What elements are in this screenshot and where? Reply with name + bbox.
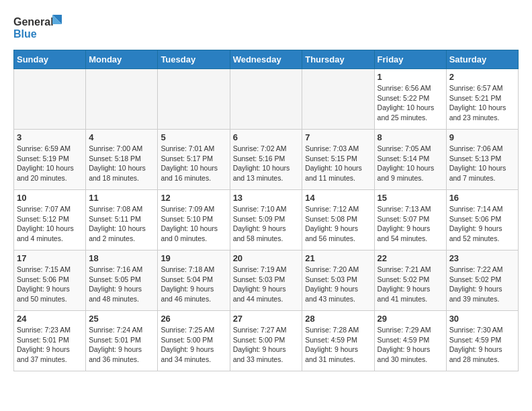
day-info: Sunrise: 7:28 AM Sunset: 4:59 PM Dayligh…: [305, 325, 371, 365]
day-info: Sunrise: 6:59 AM Sunset: 5:19 PM Dayligh…: [17, 144, 83, 183]
calendar-body: 1Sunrise: 6:56 AM Sunset: 5:22 PM Daylig…: [14, 69, 519, 371]
day-info: Sunrise: 7:02 AM Sunset: 5:16 PM Dayligh…: [233, 144, 300, 183]
calendar-cell: 4Sunrise: 7:00 AM Sunset: 5:18 PM Daylig…: [86, 130, 158, 190]
day-number: 6: [233, 132, 300, 142]
calendar-cell: 6Sunrise: 7:02 AM Sunset: 5:16 PM Daylig…: [230, 130, 302, 190]
calendar-cell: 21Sunrise: 7:20 AM Sunset: 5:03 PM Dayli…: [302, 250, 374, 311]
day-info: Sunrise: 7:09 AM Sunset: 5:10 PM Dayligh…: [161, 204, 226, 244]
day-info: Sunrise: 7:21 AM Sunset: 5:02 PM Dayligh…: [378, 265, 443, 304]
day-info: Sunrise: 7:24 AM Sunset: 5:01 PM Dayligh…: [89, 325, 154, 365]
calendar-cell: 5Sunrise: 7:01 AM Sunset: 5:17 PM Daylig…: [158, 130, 230, 190]
day-info: Sunrise: 7:25 AM Sunset: 5:00 PM Dayligh…: [161, 325, 226, 365]
day-number: 3: [17, 132, 83, 142]
day-number: 14: [305, 193, 371, 203]
day-number: 28: [305, 314, 371, 324]
day-info: Sunrise: 6:56 AM Sunset: 5:22 PM Dayligh…: [378, 83, 443, 123]
day-number: 1: [378, 72, 443, 82]
calendar-cell: 22Sunrise: 7:21 AM Sunset: 5:02 PM Dayli…: [374, 250, 446, 311]
day-info: Sunrise: 7:10 AM Sunset: 5:09 PM Dayligh…: [233, 204, 300, 244]
logo-svg: GeneralBlue: [13, 13, 67, 43]
day-info: Sunrise: 7:18 AM Sunset: 5:04 PM Dayligh…: [161, 265, 226, 304]
day-number: 13: [233, 193, 300, 203]
day-number: 11: [89, 193, 154, 203]
day-info: Sunrise: 7:22 AM Sunset: 5:02 PM Dayligh…: [449, 265, 515, 304]
calendar-cell: [302, 69, 374, 130]
day-info: Sunrise: 6:57 AM Sunset: 5:21 PM Dayligh…: [449, 83, 515, 123]
day-info: Sunrise: 7:16 AM Sunset: 5:05 PM Dayligh…: [89, 265, 154, 304]
day-info: Sunrise: 7:20 AM Sunset: 5:03 PM Dayligh…: [305, 265, 371, 304]
day-number: 5: [161, 132, 226, 142]
day-info: Sunrise: 7:12 AM Sunset: 5:08 PM Dayligh…: [305, 204, 371, 244]
calendar-cell: 18Sunrise: 7:16 AM Sunset: 5:05 PM Dayli…: [86, 250, 158, 311]
calendar-cell: 19Sunrise: 7:18 AM Sunset: 5:04 PM Dayli…: [158, 250, 230, 311]
calendar-cell: 30Sunrise: 7:30 AM Sunset: 4:59 PM Dayli…: [446, 311, 518, 371]
calendar-cell: 13Sunrise: 7:10 AM Sunset: 5:09 PM Dayli…: [230, 190, 302, 250]
calendar-cell: 10Sunrise: 7:07 AM Sunset: 5:12 PM Dayli…: [14, 190, 86, 250]
week-row: 3Sunrise: 6:59 AM Sunset: 5:19 PM Daylig…: [14, 130, 519, 190]
day-info: Sunrise: 7:14 AM Sunset: 5:06 PM Dayligh…: [449, 204, 515, 244]
day-number: 19: [161, 253, 226, 263]
day-number: 12: [161, 193, 226, 203]
day-number: 20: [233, 253, 300, 263]
day-number: 27: [233, 314, 300, 324]
weekday-header: Monday: [86, 50, 158, 69]
calendar-cell: [86, 69, 158, 130]
week-row: 17Sunrise: 7:15 AM Sunset: 5:06 PM Dayli…: [14, 250, 519, 311]
weekday-header: Friday: [374, 50, 446, 69]
weekday-header: Wednesday: [230, 50, 302, 69]
day-number: 22: [378, 253, 443, 263]
logo: GeneralBlue: [13, 13, 67, 43]
weekday-header: Thursday: [302, 50, 374, 69]
calendar: SundayMondayTuesdayWednesdayThursdayFrid…: [13, 50, 519, 371]
day-number: 24: [17, 314, 83, 324]
day-info: Sunrise: 7:06 AM Sunset: 5:13 PM Dayligh…: [449, 144, 515, 183]
calendar-cell: 17Sunrise: 7:15 AM Sunset: 5:06 PM Dayli…: [14, 250, 86, 311]
calendar-cell: 15Sunrise: 7:13 AM Sunset: 5:07 PM Dayli…: [374, 190, 446, 250]
calendar-cell: 7Sunrise: 7:03 AM Sunset: 5:15 PM Daylig…: [302, 130, 374, 190]
weekday-header: Sunday: [14, 50, 86, 69]
day-info: Sunrise: 7:29 AM Sunset: 4:59 PM Dayligh…: [378, 325, 443, 365]
day-number: 16: [449, 193, 515, 203]
calendar-cell: 1Sunrise: 6:56 AM Sunset: 5:22 PM Daylig…: [374, 69, 446, 130]
week-row: 24Sunrise: 7:23 AM Sunset: 5:01 PM Dayli…: [14, 311, 519, 371]
calendar-cell: 11Sunrise: 7:08 AM Sunset: 5:11 PM Dayli…: [86, 190, 158, 250]
day-number: 30: [449, 314, 515, 324]
day-number: 2: [449, 72, 515, 82]
day-number: 8: [378, 132, 443, 142]
day-info: Sunrise: 7:03 AM Sunset: 5:15 PM Dayligh…: [305, 144, 371, 183]
day-number: 26: [161, 314, 226, 324]
calendar-cell: 3Sunrise: 6:59 AM Sunset: 5:19 PM Daylig…: [14, 130, 86, 190]
day-info: Sunrise: 7:08 AM Sunset: 5:11 PM Dayligh…: [89, 204, 154, 244]
calendar-cell: [158, 69, 230, 130]
calendar-cell: 12Sunrise: 7:09 AM Sunset: 5:10 PM Dayli…: [158, 190, 230, 250]
calendar-header: SundayMondayTuesdayWednesdayThursdayFrid…: [14, 50, 519, 69]
weekday-header: Saturday: [446, 50, 518, 69]
day-info: Sunrise: 7:15 AM Sunset: 5:06 PM Dayligh…: [17, 265, 83, 304]
calendar-cell: 24Sunrise: 7:23 AM Sunset: 5:01 PM Dayli…: [14, 311, 86, 371]
day-number: 23: [449, 253, 515, 263]
day-info: Sunrise: 7:19 AM Sunset: 5:03 PM Dayligh…: [233, 265, 300, 304]
day-number: 18: [89, 253, 154, 263]
calendar-cell: 29Sunrise: 7:29 AM Sunset: 4:59 PM Dayli…: [374, 311, 446, 371]
calendar-cell: 25Sunrise: 7:24 AM Sunset: 5:01 PM Dayli…: [86, 311, 158, 371]
day-number: 15: [378, 193, 443, 203]
day-number: 25: [89, 314, 154, 324]
day-number: 9: [449, 132, 515, 142]
day-info: Sunrise: 7:27 AM Sunset: 5:00 PM Dayligh…: [233, 325, 300, 365]
day-number: 17: [17, 253, 83, 263]
day-info: Sunrise: 7:13 AM Sunset: 5:07 PM Dayligh…: [378, 204, 443, 244]
day-number: 10: [17, 193, 83, 203]
calendar-cell: 14Sunrise: 7:12 AM Sunset: 5:08 PM Dayli…: [302, 190, 374, 250]
calendar-cell: 8Sunrise: 7:05 AM Sunset: 5:14 PM Daylig…: [374, 130, 446, 190]
day-info: Sunrise: 7:01 AM Sunset: 5:17 PM Dayligh…: [161, 144, 226, 183]
day-info: Sunrise: 7:30 AM Sunset: 4:59 PM Dayligh…: [449, 325, 515, 365]
day-info: Sunrise: 7:23 AM Sunset: 5:01 PM Dayligh…: [17, 325, 83, 365]
day-number: 21: [305, 253, 371, 263]
calendar-cell: 20Sunrise: 7:19 AM Sunset: 5:03 PM Dayli…: [230, 250, 302, 311]
week-row: 1Sunrise: 6:56 AM Sunset: 5:22 PM Daylig…: [14, 69, 519, 130]
calendar-cell: 16Sunrise: 7:14 AM Sunset: 5:06 PM Dayli…: [446, 190, 518, 250]
day-number: 29: [378, 314, 443, 324]
calendar-cell: 28Sunrise: 7:28 AM Sunset: 4:59 PM Dayli…: [302, 311, 374, 371]
calendar-cell: 2Sunrise: 6:57 AM Sunset: 5:21 PM Daylig…: [446, 69, 518, 130]
weekday-header: Tuesday: [158, 50, 230, 69]
